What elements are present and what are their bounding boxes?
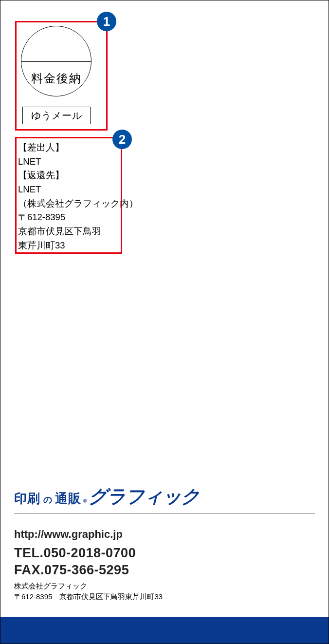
company-tel: TEL.050-2018-0700 (14, 545, 315, 562)
company-address: 〒612-8395 京都市伏見区下鳥羽東芹川町33 (14, 592, 315, 602)
company-logo: 印刷の通販® グラフィック (14, 484, 315, 509)
return-addr2: 東芹川町33 (18, 239, 138, 253)
postage-divider (21, 61, 91, 62)
sender-info-block: 【差出人】 LNET 【返還先】 LNET （株式会社グラフィック内） 〒612… (18, 141, 138, 252)
return-label: 【返還先】 (18, 169, 138, 183)
company-name: 株式会社グラフィック (14, 582, 315, 591)
annotation-badge-1: 1 (97, 12, 116, 31)
footer-blue-bar (0, 617, 329, 644)
return-company: （株式会社グラフィック内） (18, 197, 138, 211)
logo-part-tsuhan: 通販 (55, 490, 81, 507)
postage-mark-circle: 料金後納 (21, 26, 91, 96)
logo-part-graphic: グラフィック (89, 484, 200, 509)
mail-type-box: ゆうメール (22, 107, 91, 124)
return-name: LNET (18, 183, 138, 197)
sender-name: LNET (18, 155, 138, 169)
footer-area: 印刷の通販® グラフィック http://www.graphic.jp TEL.… (0, 484, 329, 644)
logo-divider-rule (14, 513, 315, 513)
logo-part-insatsu: 印刷 (14, 490, 40, 507)
logo-part-no: の (43, 494, 52, 506)
annotation-badge-2: 2 (112, 130, 132, 149)
logo-area: 印刷の通販® グラフィック http://www.graphic.jp TEL.… (0, 484, 329, 606)
registered-mark-icon: ® (83, 498, 87, 504)
company-fax: FAX.075-366-5295 (14, 562, 315, 579)
company-url: http://www.graphic.jp (14, 528, 315, 541)
return-addr1: 京都市伏見区下鳥羽 (18, 225, 138, 239)
postage-text: 料金後納 (21, 71, 91, 86)
return-postal: 〒612-8395 (18, 210, 138, 225)
